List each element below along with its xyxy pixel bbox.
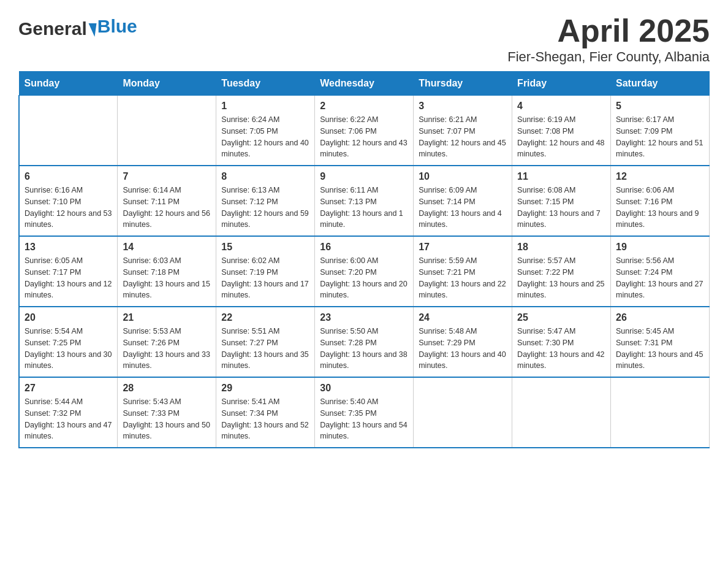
day-number: 21 [123,312,211,323]
day-number: 17 [419,242,507,253]
day-number: 24 [419,312,507,323]
calendar-day-cell: 6Sunrise: 6:16 AMSunset: 7:10 PMDaylight… [19,166,118,236]
day-number: 12 [616,171,704,182]
calendar-day-cell: 29Sunrise: 5:41 AMSunset: 7:34 PMDayligh… [216,377,315,448]
calendar-week-row: 20Sunrise: 5:54 AMSunset: 7:25 PMDayligh… [19,307,710,377]
day-number: 2 [320,101,408,112]
calendar-day-cell: 12Sunrise: 6:06 AMSunset: 7:16 PMDayligh… [611,166,710,236]
day-info: Sunrise: 6:11 AMSunset: 7:13 PMDaylight:… [320,185,408,231]
day-number: 27 [25,383,112,394]
day-number: 1 [221,101,309,112]
day-info: Sunrise: 6:03 AMSunset: 7:18 PMDaylight:… [123,255,211,301]
calendar-day-cell: 25Sunrise: 5:47 AMSunset: 7:30 PMDayligh… [512,307,611,377]
logo-general-text: General [18,18,87,39]
day-info: Sunrise: 5:44 AMSunset: 7:32 PMDaylight:… [25,396,112,442]
day-number: 20 [25,312,112,323]
calendar-day-cell: 11Sunrise: 6:08 AMSunset: 7:15 PMDayligh… [512,166,611,236]
col-thursday: Thursday [414,72,512,96]
day-info: Sunrise: 6:05 AMSunset: 7:17 PMDaylight:… [25,255,112,301]
calendar-day-cell: 22Sunrise: 5:51 AMSunset: 7:27 PMDayligh… [216,307,315,377]
day-info: Sunrise: 5:57 AMSunset: 7:22 PMDaylight:… [517,255,605,301]
day-number: 19 [616,242,704,253]
day-number: 6 [25,171,112,182]
day-number: 28 [123,383,211,394]
logo-blue-text: Blue [97,16,137,36]
day-info: Sunrise: 5:40 AMSunset: 7:35 PMDaylight:… [320,396,408,442]
logo: General Blue [18,18,137,39]
calendar-table: Sunday Monday Tuesday Wednesday Thursday… [18,71,710,448]
calendar-header-row: Sunday Monday Tuesday Wednesday Thursday… [19,72,710,96]
logo-arrow-icon [86,23,96,37]
calendar-day-cell: 10Sunrise: 6:09 AMSunset: 7:14 PMDayligh… [414,166,512,236]
day-number: 26 [616,312,704,323]
day-info: Sunrise: 5:47 AMSunset: 7:30 PMDaylight:… [517,326,605,372]
day-number: 5 [616,101,704,112]
day-info: Sunrise: 6:09 AMSunset: 7:14 PMDaylight:… [419,185,507,231]
calendar-day-cell: 8Sunrise: 6:13 AMSunset: 7:12 PMDaylight… [216,166,315,236]
day-info: Sunrise: 5:43 AMSunset: 7:33 PMDaylight:… [123,396,211,442]
calendar-day-cell: 28Sunrise: 5:43 AMSunset: 7:33 PMDayligh… [118,377,216,448]
title-block: April 2025 Fier-Shegan, Fier County, Alb… [507,12,710,65]
day-number: 7 [123,171,211,182]
calendar-week-row: 1Sunrise: 6:24 AMSunset: 7:05 PMDaylight… [19,96,710,166]
page-header: General Blue April 2025 Fier-Shegan, Fie… [18,12,710,65]
day-info: Sunrise: 5:48 AMSunset: 7:29 PMDaylight:… [419,326,507,372]
day-number: 10 [419,171,507,182]
day-number: 22 [221,312,309,323]
calendar-day-cell: 23Sunrise: 5:50 AMSunset: 7:28 PMDayligh… [315,307,414,377]
day-info: Sunrise: 6:06 AMSunset: 7:16 PMDaylight:… [616,185,704,231]
calendar-day-cell: 18Sunrise: 5:57 AMSunset: 7:22 PMDayligh… [512,236,611,307]
calendar-day-cell: 24Sunrise: 5:48 AMSunset: 7:29 PMDayligh… [414,307,512,377]
day-info: Sunrise: 6:08 AMSunset: 7:15 PMDaylight:… [517,185,605,231]
day-number: 11 [517,171,605,182]
calendar-day-cell [19,96,118,166]
day-info: Sunrise: 5:56 AMSunset: 7:24 PMDaylight:… [616,255,704,301]
day-info: Sunrise: 6:22 AMSunset: 7:06 PMDaylight:… [320,114,408,160]
day-number: 13 [25,242,112,253]
col-wednesday: Wednesday [315,72,414,96]
col-sunday: Sunday [19,72,118,96]
calendar-day-cell: 3Sunrise: 6:21 AMSunset: 7:07 PMDaylight… [414,96,512,166]
day-number: 4 [517,101,605,112]
day-info: Sunrise: 5:50 AMSunset: 7:28 PMDaylight:… [320,326,408,372]
day-info: Sunrise: 6:02 AMSunset: 7:19 PMDaylight:… [221,255,309,301]
calendar-day-cell: 2Sunrise: 6:22 AMSunset: 7:06 PMDaylight… [315,96,414,166]
calendar-day-cell [414,377,512,448]
calendar-day-cell: 17Sunrise: 5:59 AMSunset: 7:21 PMDayligh… [414,236,512,307]
col-saturday: Saturday [611,72,710,96]
col-friday: Friday [512,72,611,96]
page-title: April 2025 [507,12,710,49]
day-info: Sunrise: 5:41 AMSunset: 7:34 PMDaylight:… [221,396,309,442]
calendar-day-cell: 4Sunrise: 6:19 AMSunset: 7:08 PMDaylight… [512,96,611,166]
day-number: 3 [419,101,507,112]
calendar-day-cell: 5Sunrise: 6:17 AMSunset: 7:09 PMDaylight… [611,96,710,166]
day-number: 15 [221,242,309,253]
calendar-day-cell: 19Sunrise: 5:56 AMSunset: 7:24 PMDayligh… [611,236,710,307]
day-number: 18 [517,242,605,253]
day-info: Sunrise: 5:59 AMSunset: 7:21 PMDaylight:… [419,255,507,301]
day-info: Sunrise: 6:13 AMSunset: 7:12 PMDaylight:… [221,185,309,231]
day-number: 9 [320,171,408,182]
day-info: Sunrise: 5:53 AMSunset: 7:26 PMDaylight:… [123,326,211,372]
calendar-day-cell: 27Sunrise: 5:44 AMSunset: 7:32 PMDayligh… [19,377,118,448]
calendar-day-cell: 16Sunrise: 6:00 AMSunset: 7:20 PMDayligh… [315,236,414,307]
day-info: Sunrise: 6:16 AMSunset: 7:10 PMDaylight:… [25,185,112,231]
day-number: 8 [221,171,309,182]
calendar-week-row: 13Sunrise: 6:05 AMSunset: 7:17 PMDayligh… [19,236,710,307]
calendar-day-cell: 20Sunrise: 5:54 AMSunset: 7:25 PMDayligh… [19,307,118,377]
page-subtitle: Fier-Shegan, Fier County, Albania [507,49,710,65]
day-number: 23 [320,312,408,323]
calendar-day-cell: 30Sunrise: 5:40 AMSunset: 7:35 PMDayligh… [315,377,414,448]
calendar-day-cell: 15Sunrise: 6:02 AMSunset: 7:19 PMDayligh… [216,236,315,307]
day-info: Sunrise: 6:24 AMSunset: 7:05 PMDaylight:… [221,114,309,160]
calendar-day-cell: 14Sunrise: 6:03 AMSunset: 7:18 PMDayligh… [118,236,216,307]
calendar-day-cell: 21Sunrise: 5:53 AMSunset: 7:26 PMDayligh… [118,307,216,377]
day-info: Sunrise: 6:00 AMSunset: 7:20 PMDaylight:… [320,255,408,301]
calendar-day-cell [512,377,611,448]
col-monday: Monday [118,72,216,96]
day-number: 29 [221,383,309,394]
calendar-week-row: 27Sunrise: 5:44 AMSunset: 7:32 PMDayligh… [19,377,710,448]
calendar-day-cell: 1Sunrise: 6:24 AMSunset: 7:05 PMDaylight… [216,96,315,166]
day-number: 30 [320,383,408,394]
day-info: Sunrise: 6:17 AMSunset: 7:09 PMDaylight:… [616,114,704,160]
